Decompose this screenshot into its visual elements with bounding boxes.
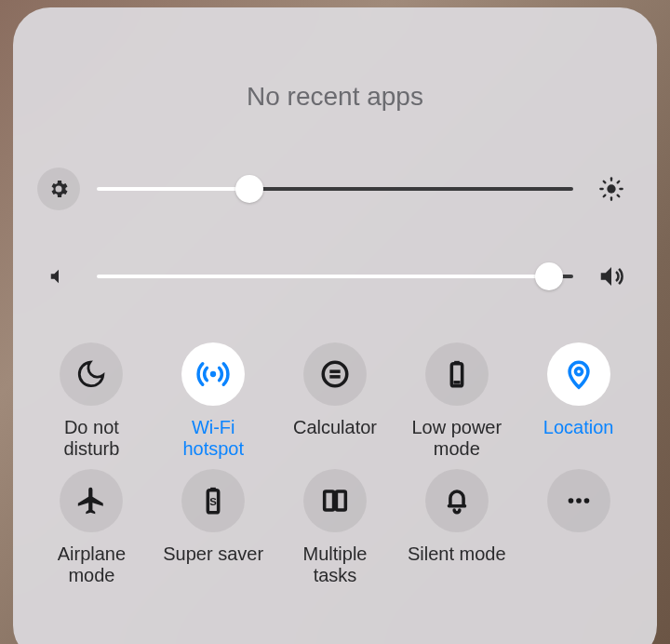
quick-settings-grid: Do not disturb Wi-Fi hotspot Calculator … — [34, 342, 636, 586]
svg-point-23 — [576, 498, 582, 503]
svg-rect-14 — [454, 361, 460, 365]
tile-lowpower[interactable]: Low power mode — [398, 342, 515, 460]
volume-high-icon — [590, 255, 633, 298]
svg-rect-20 — [325, 491, 334, 510]
svg-line-8 — [618, 181, 620, 183]
location-pin-icon — [547, 342, 610, 406]
brightness-icon — [590, 168, 633, 210]
svg-point-16 — [575, 369, 582, 375]
svg-point-0 — [607, 184, 615, 193]
volume-slider[interactable] — [97, 275, 573, 278]
hotspot-icon — [181, 342, 245, 406]
bell-icon — [425, 469, 489, 532]
svg-point-10 — [323, 362, 347, 386]
svg-point-9 — [210, 371, 216, 377]
more-dots-icon — [547, 469, 610, 532]
tile-dnd[interactable]: Do not disturb — [34, 342, 150, 460]
tile-label: Calculator — [293, 417, 377, 460]
svg-rect-21 — [336, 491, 345, 510]
recent-apps-header: No recent apps — [34, 82, 636, 112]
volume-slider-row — [37, 255, 633, 298]
settings-gear-icon[interactable] — [37, 168, 80, 210]
tile-label: Super saver — [163, 543, 263, 586]
calculator-icon — [303, 342, 367, 406]
tile-location[interactable]: Location — [520, 342, 636, 460]
tile-label: Wi-Fi hotspot — [182, 417, 244, 460]
tile-silent[interactable]: Silent mode — [398, 469, 515, 586]
tile-label: Silent mode — [408, 543, 506, 586]
tile-label: Airplane mode — [58, 543, 126, 586]
airplane-icon — [60, 469, 123, 532]
battery-saver-icon: S — [181, 469, 245, 532]
tile-multitask[interactable]: Multiple tasks — [277, 469, 394, 586]
svg-rect-15 — [453, 381, 460, 384]
svg-line-6 — [618, 195, 620, 197]
brightness-slider[interactable] — [97, 187, 573, 191]
moon-icon — [60, 342, 123, 406]
tile-more[interactable] — [520, 469, 636, 586]
tile-supersaver[interactable]: S Super saver — [155, 469, 272, 586]
volume-mute-icon — [37, 255, 80, 298]
brightness-slider-thumb[interactable] — [235, 175, 263, 203]
brightness-slider-row — [37, 168, 633, 210]
svg-rect-18 — [210, 488, 216, 491]
svg-line-5 — [604, 181, 606, 183]
battery-low-icon — [425, 342, 489, 406]
svg-line-7 — [604, 195, 606, 197]
quick-settings-panel: No recent apps — [13, 7, 657, 644]
tile-hotspot[interactable]: Wi-Fi hotspot — [155, 342, 272, 460]
tile-label: Location — [543, 417, 614, 460]
split-screen-icon — [303, 469, 367, 532]
tile-label: Low power mode — [411, 417, 502, 460]
svg-text:S: S — [209, 496, 217, 507]
svg-point-22 — [568, 498, 573, 503]
tile-label: Multiple tasks — [303, 543, 368, 586]
volume-slider-thumb[interactable] — [535, 262, 563, 290]
tile-label: Do not disturb — [63, 417, 119, 460]
tile-airplane[interactable]: Airplane mode — [34, 469, 150, 586]
tile-calculator[interactable]: Calculator — [277, 342, 394, 460]
svg-point-24 — [583, 498, 589, 503]
